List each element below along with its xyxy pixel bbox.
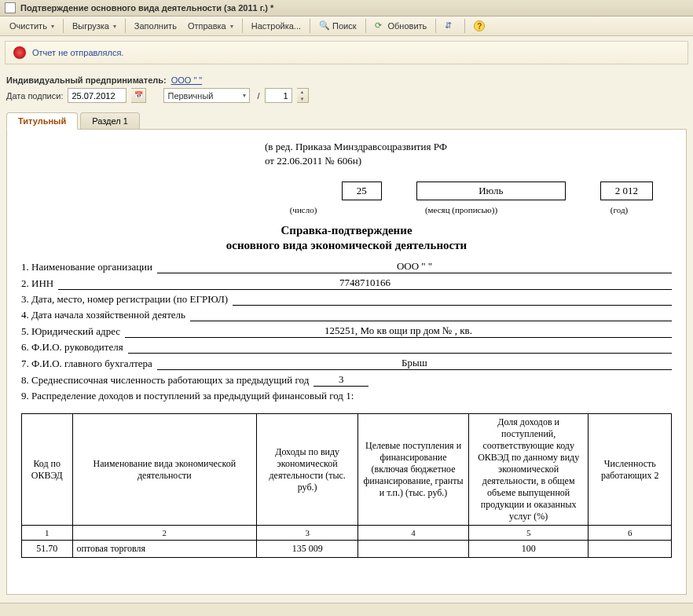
f2-label: 2. ИНН xyxy=(21,277,53,290)
titlebar: Подтверждение основного вида деятельност… xyxy=(0,0,693,16)
slash: / xyxy=(255,91,259,101)
f7-value: Брыш xyxy=(157,357,672,370)
f2-value: 7748710166 xyxy=(58,277,672,290)
search-icon: 🔍 xyxy=(319,20,330,31)
scrollbar-horizontal[interactable] xyxy=(0,603,693,616)
refresh-button[interactable]: ⟳Обновить xyxy=(370,19,432,33)
toolbar: Очистить Выгрузка Заполнить Отправка Нас… xyxy=(0,16,693,36)
date-boxes: 25 Июль 2 012 xyxy=(21,182,672,200)
send-button[interactable]: Отправка xyxy=(183,20,238,32)
month-box: Июль xyxy=(416,182,566,200)
status-bar: Отчет не отправлялся. xyxy=(5,41,688,64)
clear-button[interactable]: Очистить xyxy=(5,20,59,32)
f3-label: 3. Дата, место, номер регистрации (по ЕГ… xyxy=(21,293,228,306)
col-income: Доходы по виду экономической деятельност… xyxy=(257,414,358,526)
f1-label: 1. Наименование организации xyxy=(21,261,152,273)
f5-value: 125251, Мо кв ощи пр дом № , кв. xyxy=(125,324,672,338)
ip-value[interactable]: ООО " " xyxy=(171,75,203,85)
cap-day: (число) xyxy=(270,205,337,214)
cell-count xyxy=(588,541,672,558)
refresh-icon: ⟳ xyxy=(375,20,386,31)
col-share: Доля доходов и поступлений, соответствую… xyxy=(468,414,588,526)
doc-title-2: основного вида экономической деятельност… xyxy=(21,239,672,252)
num-spinner[interactable]: ▲▼ xyxy=(297,88,309,103)
f3-value xyxy=(233,293,672,306)
updown-button[interactable]: ⇵ xyxy=(440,19,460,33)
help-button[interactable]: ? xyxy=(469,19,490,33)
sign-date-label: Дата подписи: xyxy=(6,91,63,101)
status-icon xyxy=(13,46,26,59)
status-text: Отчет не отправлялся. xyxy=(32,48,123,57)
day-box: 25 xyxy=(342,182,382,200)
meta-panel: Индивидуальный предприниматель: ООО " " … xyxy=(0,69,693,109)
separator xyxy=(365,19,366,33)
col-count: Численность работающих 2 xyxy=(588,414,672,526)
separator xyxy=(125,19,126,33)
f7-label: 7. Ф.И.О. главного бухгалтера xyxy=(21,358,152,370)
f4-value xyxy=(190,309,672,321)
table-row: 51.70 оптовая торговля 135 009 100 xyxy=(22,541,672,558)
search-button[interactable]: 🔍Поиск xyxy=(314,19,361,33)
cell-income: 135 009 xyxy=(257,541,358,558)
reg-line-2: от 22.06.2011 № 606н) xyxy=(21,155,672,167)
f5-label: 5. Юридический адрес xyxy=(21,325,120,338)
col-activity: Наименование вида экономической деятельн… xyxy=(72,414,257,526)
tab-title[interactable]: Титульный xyxy=(6,112,78,130)
f8-label: 8. Среднесписочная численность работающи… xyxy=(21,374,309,387)
distribution-table: Код по ОКВЭД Наименование вида экономиче… xyxy=(21,413,672,558)
export-button[interactable]: Выгрузка xyxy=(68,20,121,32)
tab-section1[interactable]: Раздел 1 xyxy=(80,112,140,129)
cell-okved: 51.70 xyxy=(22,541,73,558)
f6-label: 6. Ф.И.О. руководителя xyxy=(21,341,123,354)
reg-line-1: (в ред. Приказа Минздравсоцразвития РФ xyxy=(21,141,672,153)
kind-select[interactable]: Первичный▾ xyxy=(163,88,250,103)
col-numbers: 1 2 3 4 5 6 xyxy=(22,526,672,541)
updown-icon: ⇵ xyxy=(445,20,456,31)
year-box: 2 012 xyxy=(600,182,653,200)
ip-label: Индивидуальный предприниматель: xyxy=(6,75,167,85)
f1-value: ООО " " xyxy=(157,260,672,273)
window-title: Подтверждение основного вида деятельност… xyxy=(20,3,273,13)
document-page: (в ред. Приказа Минздравсоцразвития РФ о… xyxy=(6,130,687,595)
f4-label: 4. Дата начала хозяйственной деятель xyxy=(21,309,185,321)
app-icon xyxy=(5,2,16,13)
f8-value: 3 xyxy=(314,373,368,387)
cell-share: 100 xyxy=(468,541,588,558)
f9-label: 9. Распределение доходов и поступлений з… xyxy=(21,390,354,402)
tabs: Титульный Раздел 1 xyxy=(6,112,687,130)
settings-button[interactable]: Настройка... xyxy=(247,20,306,32)
separator xyxy=(63,19,64,33)
calendar-icon[interactable]: 📅 xyxy=(131,88,146,103)
help-icon: ? xyxy=(474,20,485,31)
date-captions: (число) (месяц (прописью)) (год) xyxy=(21,204,672,214)
cell-activity: оптовая торговля xyxy=(72,541,257,558)
col-target: Целевые поступления и финансирование (вк… xyxy=(358,414,469,526)
separator xyxy=(242,19,243,33)
cap-year: (год) xyxy=(585,205,653,214)
f6-value xyxy=(128,341,672,354)
separator xyxy=(435,19,436,33)
cap-month: (месяц (прописью)) xyxy=(372,205,551,214)
kind-num-input[interactable] xyxy=(265,88,292,103)
sign-date-input[interactable] xyxy=(68,88,126,103)
doc-title-1: Справка-подтверждение xyxy=(21,224,672,237)
separator xyxy=(310,19,310,33)
cell-target xyxy=(358,541,469,558)
col-okved: Код по ОКВЭД xyxy=(22,414,73,526)
fill-button[interactable]: Заполнить xyxy=(130,20,182,32)
separator xyxy=(464,19,465,33)
